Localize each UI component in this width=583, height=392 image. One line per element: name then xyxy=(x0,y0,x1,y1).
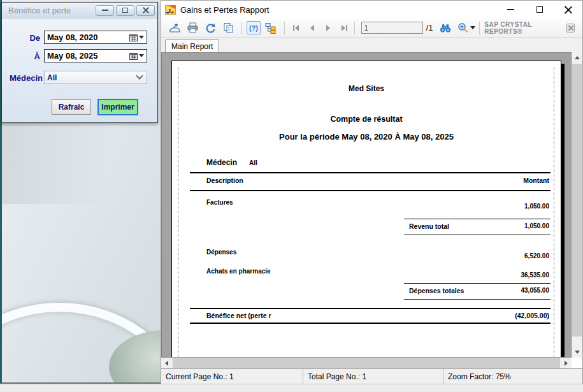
crystal-reports-app-icon xyxy=(165,5,176,15)
first-page-icon xyxy=(292,24,301,32)
arrow-right-icon xyxy=(565,361,568,366)
from-date-label: De xyxy=(18,33,40,43)
print-report-button[interactable] xyxy=(187,22,199,34)
print-button-label: Imprimer xyxy=(101,103,134,112)
arrow-left-icon xyxy=(165,361,168,366)
copy-button[interactable] xyxy=(222,22,234,34)
subtotal-label: Dépenses totales xyxy=(409,287,464,294)
calendar-icon[interactable] xyxy=(129,34,138,41)
calendar-icon[interactable] xyxy=(129,52,138,60)
from-date-value: May 08, 2020 xyxy=(45,33,129,42)
page-total-label: /1 xyxy=(426,23,433,33)
page-margin-guide xyxy=(178,68,178,358)
minimize-icon xyxy=(102,10,108,11)
toggle-group-tree-button[interactable] xyxy=(264,22,277,34)
divider xyxy=(404,219,551,219)
brand-close-button[interactable] xyxy=(566,24,575,33)
medecin-selected-value: All xyxy=(45,73,137,82)
group-tree-icon xyxy=(264,22,277,34)
close-icon xyxy=(565,6,572,13)
next-page-icon xyxy=(324,24,333,32)
horizontal-scroll-thumb[interactable] xyxy=(173,358,560,368)
toolbar-separator xyxy=(479,22,480,34)
net-label: Bénéfice net (perte r xyxy=(206,312,271,319)
date-dropdown-icon[interactable] xyxy=(139,54,144,57)
scroll-right-button[interactable] xyxy=(561,358,572,368)
toolbar-separator xyxy=(284,22,285,34)
dialog-titlebar[interactable]: Bénéfice et perte xyxy=(2,3,157,18)
scroll-left-button[interactable] xyxy=(161,358,172,368)
vertical-scroll-thumb[interactable] xyxy=(572,64,582,337)
toolbar-separator xyxy=(241,22,242,34)
divider xyxy=(404,299,551,300)
desktop-bottom-strip xyxy=(0,384,583,392)
status-total-page: Total Page No.: 1 xyxy=(303,369,443,384)
to-date-field[interactable]: May 08, 2025 xyxy=(44,49,147,62)
from-date-field[interactable]: May 08, 2020 xyxy=(44,31,147,44)
parameter-panel-icon: (?) xyxy=(249,24,258,32)
window-close-button[interactable] xyxy=(554,1,582,18)
benefice-et-perte-dialog: Bénéfice et perte De May 08, 2020 À May … xyxy=(1,2,158,123)
zoom-icon xyxy=(457,22,469,34)
status-current-page: Current Page No.: 1 xyxy=(161,369,303,384)
divider xyxy=(190,323,551,324)
medecin-combobox[interactable]: All xyxy=(44,71,147,84)
report-tabbar: Main Report xyxy=(161,38,582,52)
window-maximize-button[interactable] xyxy=(525,1,554,18)
zoom-button[interactable] xyxy=(457,22,469,34)
close-icon xyxy=(143,7,149,13)
viewer-statusbar: Current Page No.: 1 Total Page No.: 1 Zo… xyxy=(161,368,582,384)
dialog-title: Bénéfice et perte xyxy=(8,6,94,15)
search-button[interactable] xyxy=(439,22,452,34)
row-label: Dépenses xyxy=(206,249,236,256)
vertical-scrollbar[interactable] xyxy=(572,52,582,358)
column-header-description: Description xyxy=(206,177,243,184)
close-icon xyxy=(568,25,573,31)
date-dropdown-icon[interactable] xyxy=(139,36,144,39)
subtotal-amount: 1,050.00 xyxy=(524,222,549,229)
subtotal-label: Revenu total xyxy=(409,222,449,230)
last-page-button[interactable] xyxy=(337,22,352,34)
horizontal-scrollbar[interactable] xyxy=(161,358,572,368)
tab-main-report[interactable]: Main Report xyxy=(165,40,219,52)
zoom-dropdown-icon[interactable] xyxy=(470,26,475,29)
maximize-icon xyxy=(536,6,543,13)
scroll-down-button[interactable] xyxy=(572,347,582,358)
arrow-down-icon xyxy=(575,351,580,354)
binoculars-icon xyxy=(439,23,452,33)
row-amount: 1,050.00 xyxy=(524,203,549,210)
viewer-titlebar[interactable]: Gains et Pertes Rapport xyxy=(161,1,582,18)
subtotal-amount: 43,055.00 xyxy=(521,287,550,294)
first-page-button[interactable] xyxy=(289,22,304,34)
dialog-minimize-button[interactable] xyxy=(96,5,114,16)
medecin-label: Médecin xyxy=(6,73,43,83)
report-page: Med Sites Compte de résultat Pour la pér… xyxy=(171,61,561,358)
next-page-button[interactable] xyxy=(321,22,336,34)
page-number-input[interactable] xyxy=(361,22,423,34)
last-page-icon xyxy=(340,24,349,32)
dialog-close-button[interactable] xyxy=(136,5,155,16)
scroll-up-button[interactable] xyxy=(572,52,582,63)
report-scroll-area[interactable]: Med Sites Compte de résultat Pour la pér… xyxy=(161,52,572,358)
toolbar-separator xyxy=(354,22,355,34)
window-minimize-button[interactable] xyxy=(496,1,525,18)
refresh-button[interactable]: Rafraîc xyxy=(52,99,91,115)
refresh-report-button[interactable] xyxy=(205,22,217,34)
divider xyxy=(404,235,551,235)
report-viewer-window: Gains et Pertes Rapport xyxy=(161,0,583,384)
group-label: Médecin xyxy=(206,158,237,167)
sap-crystal-reports-logo: SAP CRYSTAL REPORTS® xyxy=(484,21,560,35)
print-button[interactable]: Imprimer xyxy=(97,99,138,115)
brand-area: SAP CRYSTAL REPORTS® xyxy=(484,21,582,35)
dialog-maximize-button[interactable] xyxy=(116,5,134,16)
net-amount: (42,005.00) xyxy=(515,312,549,319)
arrow-up-icon xyxy=(575,56,580,59)
previous-page-button[interactable] xyxy=(305,22,320,34)
toggle-parameter-panel-button[interactable]: (?) xyxy=(247,21,261,34)
refresh-button-label: Rafraîc xyxy=(59,103,85,112)
viewer-title: Gains et Pertes Rapport xyxy=(180,5,496,15)
export-button[interactable] xyxy=(169,22,181,34)
chevron-down-icon xyxy=(136,72,143,79)
row-amount: 36,535.00 xyxy=(521,272,550,279)
report-title: Compte de résultat xyxy=(172,115,561,124)
